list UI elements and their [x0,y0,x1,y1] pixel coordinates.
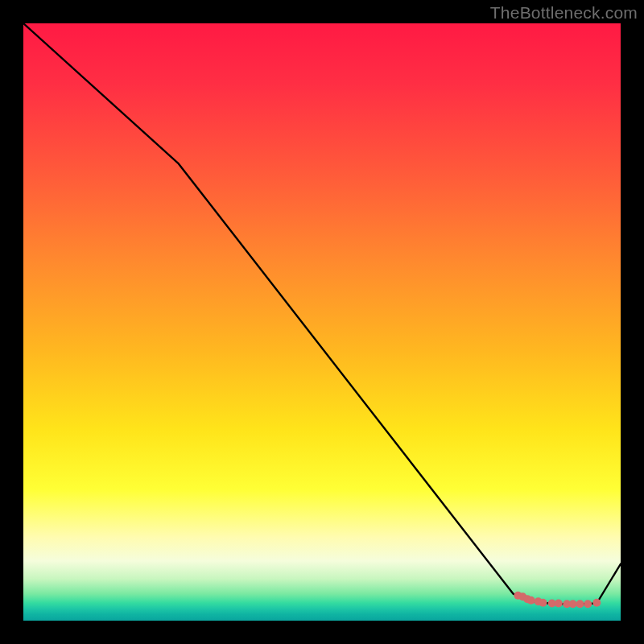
marker-dot [584,600,592,608]
bottleneck-curve [23,23,621,604]
marker-dot [569,600,577,608]
chart-svg [23,23,621,621]
chart-canvas: TheBottleneck.com [0,0,644,644]
valley-dots [514,592,601,608]
marker-dot [539,599,547,607]
line-series [23,23,621,604]
plot-area [23,23,621,621]
watermark-label: TheBottleneck.com [490,3,638,23]
marker-dot [592,599,601,607]
marker-dot [555,600,563,608]
marker-dot [527,597,535,605]
marker-dot [576,600,584,608]
